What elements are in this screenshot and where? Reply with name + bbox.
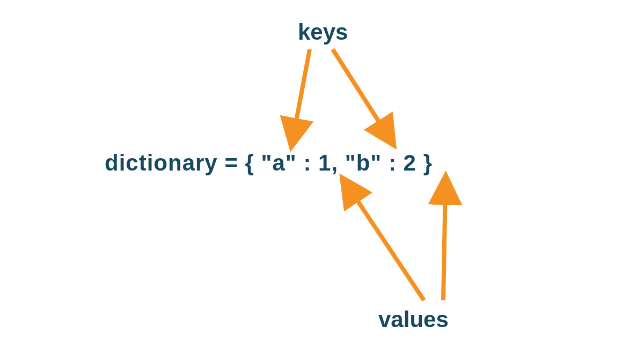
- dictionary-code: dictionary = { "a" : 1, "b" : 2 }: [105, 150, 433, 176]
- arrow-keys-to-b: [333, 49, 387, 135]
- annotation-arrows: [0, 0, 644, 362]
- arrow-values-to-1: [349, 188, 424, 300]
- keys-label: keys: [298, 19, 348, 45]
- arrow-values-to-2: [443, 188, 445, 300]
- arrow-keys-to-a: [294, 49, 310, 135]
- values-label: values: [378, 307, 449, 333]
